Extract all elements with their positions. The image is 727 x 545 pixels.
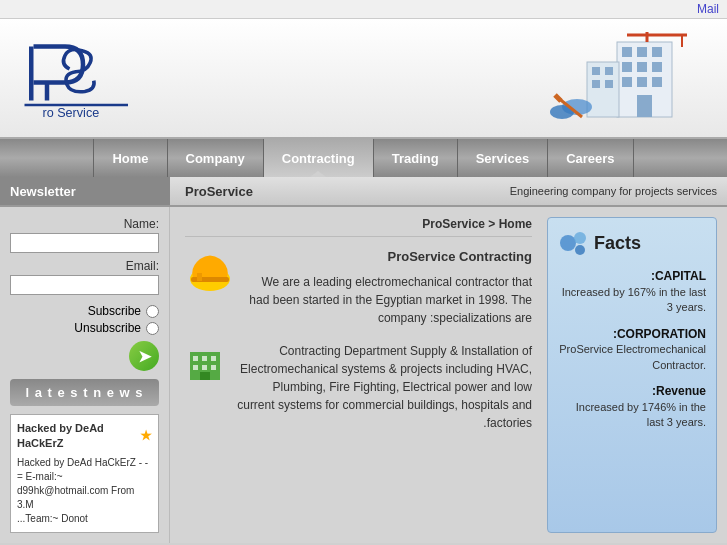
sidebar: Name: Email: Subscribe Unsubscribe ➤ l a…	[0, 207, 170, 543]
svg-rect-36	[200, 372, 210, 380]
svg-text:ro  Service: ro Service	[43, 106, 100, 120]
svg-rect-7	[622, 62, 632, 72]
svg-rect-28	[197, 273, 202, 281]
subscribe-radio[interactable]	[146, 305, 159, 318]
facts-sidebar: Facts :CAPITAL Increased by 167% in the …	[547, 217, 717, 533]
svg-rect-32	[211, 356, 216, 361]
nav-careers[interactable]: Careers	[548, 139, 633, 177]
fact-revenue: :Revenue Increased by 1746% in the last …	[558, 383, 706, 431]
svg-rect-17	[592, 80, 600, 88]
details-text: Contracting Department Supply & Installa…	[235, 342, 532, 432]
proservice-label: ProService	[170, 184, 500, 199]
svg-rect-11	[637, 77, 647, 87]
intro-body: We are a leading electromechanical contr…	[245, 273, 532, 327]
svg-rect-16	[605, 67, 613, 75]
svg-rect-33	[193, 365, 198, 370]
logo-area: ro Service	[20, 33, 200, 123]
corporation-label: :CORPORATION	[558, 326, 706, 343]
news-content: Hacked by DeAd HaCkErZ ★ Hacked by DeAd …	[10, 414, 159, 533]
facts-icon	[558, 228, 588, 258]
center-content: ProService > Home ProService Contracting…	[170, 207, 547, 543]
svg-rect-0	[29, 47, 34, 101]
section-title: ProService Contracting	[245, 247, 532, 267]
name-label: Name:	[10, 217, 159, 231]
facts-title: Facts	[558, 228, 706, 258]
details-block: Contracting Department Supply & Installa…	[185, 342, 532, 432]
nav-company[interactable]: Company	[168, 139, 264, 177]
svg-rect-4	[622, 47, 632, 57]
star-icon: ★	[140, 427, 152, 445]
intro-block: ProService Contracting We are a leading …	[185, 247, 532, 327]
mail-link[interactable]: Mail	[697, 2, 719, 16]
submit-area: ➤	[10, 341, 159, 371]
svg-rect-6	[652, 47, 662, 57]
svg-rect-13	[637, 95, 652, 117]
svg-point-39	[575, 245, 585, 255]
subscribe-label: Subscribe	[88, 304, 141, 318]
submit-button[interactable]: ➤	[129, 341, 159, 371]
nav: Home Company Contracting Trading Service…	[0, 139, 727, 177]
sub-header: Newsletter ProService Engineering compan…	[0, 177, 727, 207]
svg-rect-35	[211, 365, 216, 370]
nav-trading[interactable]: Trading	[374, 139, 458, 177]
capital-label: :CAPITAL	[558, 268, 706, 285]
svg-rect-34	[202, 365, 207, 370]
svg-rect-15	[592, 67, 600, 75]
corporation-value: ProService Electromechanical Contractor.	[558, 342, 706, 373]
svg-rect-10	[622, 77, 632, 87]
svg-rect-5	[637, 47, 647, 57]
svg-rect-8	[637, 62, 647, 72]
svg-rect-18	[605, 80, 613, 88]
header-illustration	[547, 27, 707, 130]
email-input[interactable]	[10, 275, 159, 295]
unsubscribe-radio[interactable]	[146, 322, 159, 335]
svg-line-25	[555, 95, 561, 101]
svg-point-38	[574, 232, 586, 244]
main-content: Name: Email: Subscribe Unsubscribe ➤ l a…	[0, 207, 727, 543]
svg-rect-9	[652, 62, 662, 72]
intro-text: ProService Contracting We are a leading …	[245, 247, 532, 327]
capital-value: Increased by 167% in the last 3 years.	[558, 285, 706, 316]
tagline-label: Engineering company for projects service…	[500, 185, 727, 197]
top-bar: Mail	[0, 0, 727, 19]
building-icon	[547, 27, 707, 127]
fact-corporation: :CORPORATION ProService Electromechanica…	[558, 326, 706, 374]
subscribe-row: Subscribe	[10, 304, 159, 318]
revenue-value: Increased by 1746% in the last 3 years.	[558, 400, 706, 431]
logo-svg: ro Service	[20, 33, 200, 123]
nav-home[interactable]: Home	[93, 139, 167, 177]
breadcrumb: ProService > Home	[185, 217, 532, 237]
fact-capital: :CAPITAL Increased by 167% in the last 3…	[558, 268, 706, 316]
svg-rect-12	[652, 77, 662, 87]
news-title: Hacked by DeAd HaCkErZ	[17, 421, 136, 452]
svg-rect-31	[202, 356, 207, 361]
header: ro Service	[0, 19, 727, 139]
building-small-icon	[185, 342, 225, 382]
svg-rect-30	[193, 356, 198, 361]
news-body: Hacked by DeAd HaCkErZ - -= E-mail:~ d99…	[17, 456, 152, 526]
revenue-label: :Revenue	[558, 383, 706, 400]
svg-rect-27	[191, 277, 229, 282]
unsubscribe-label: Unsubscribe	[74, 321, 141, 335]
svg-rect-14	[587, 62, 619, 117]
latest-news-label: l a t e s t n e w s	[10, 379, 159, 406]
svg-point-37	[560, 235, 576, 251]
nav-services[interactable]: Services	[458, 139, 549, 177]
name-input[interactable]	[10, 233, 159, 253]
unsubscribe-row: Unsubscribe	[10, 321, 159, 335]
helmet-icon	[185, 247, 235, 297]
email-label: Email:	[10, 259, 159, 273]
newsletter-label: Newsletter	[0, 177, 170, 205]
news-header: Hacked by DeAd HaCkErZ ★	[17, 421, 152, 452]
nav-contracting[interactable]: Contracting	[264, 139, 374, 177]
